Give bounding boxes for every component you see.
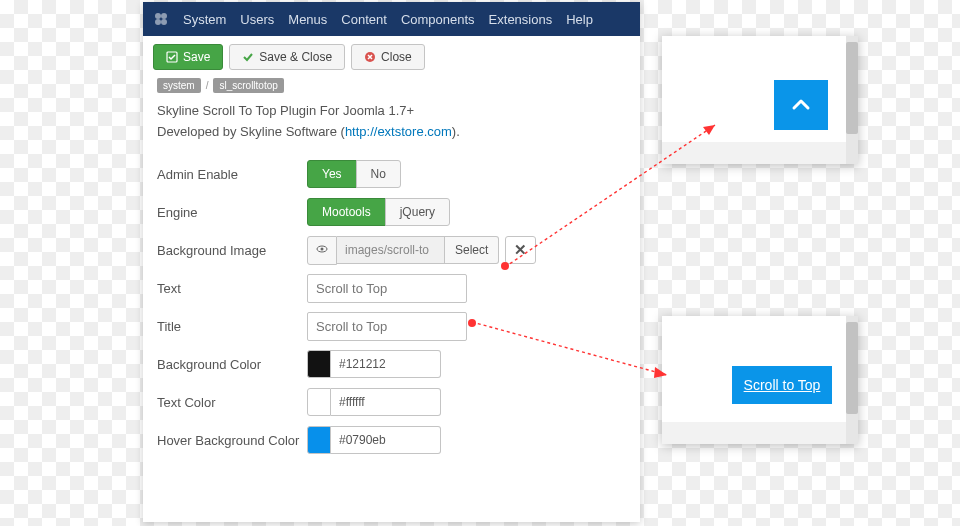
admin-enable-yes[interactable]: Yes [307, 160, 357, 188]
menu-menus[interactable]: Menus [288, 12, 327, 27]
annotation-dot-1 [501, 262, 509, 270]
text-color-input[interactable] [331, 388, 441, 416]
scroll-to-top-icon-button[interactable] [774, 80, 828, 130]
vendor-link[interactable]: http://extstore.com [345, 124, 452, 139]
label-engine: Engine [157, 205, 307, 220]
text-color-swatch[interactable] [307, 388, 331, 416]
engine-toggle[interactable]: Mootools jQuery [307, 198, 450, 226]
preview1-scroll-thumb[interactable] [846, 42, 858, 134]
hover-color-input[interactable] [331, 426, 441, 454]
label-admin-enable: Admin Enable [157, 167, 307, 182]
label-bg-color: Background Color [157, 357, 307, 372]
preview1-scrollbar[interactable] [846, 36, 858, 164]
hover-color-swatch[interactable] [307, 426, 331, 454]
scroll-to-top-text-button[interactable]: Scroll to Top [732, 366, 832, 404]
bg-color-picker[interactable] [307, 350, 441, 378]
menu-users[interactable]: Users [240, 12, 274, 27]
save-button[interactable]: Save [153, 44, 223, 70]
label-bg-image: Background Image [157, 243, 307, 258]
save-button-label: Save [183, 50, 210, 64]
title-input[interactable] [307, 312, 467, 341]
menu-system[interactable]: System [183, 12, 226, 27]
label-text-color: Text Color [157, 395, 307, 410]
subtitle-post: ). [452, 124, 460, 139]
annotation-dot-2 [468, 319, 476, 327]
row-bg-color: Background Color [157, 345, 626, 383]
admin-enable-no[interactable]: No [356, 160, 401, 188]
cancel-icon [364, 51, 376, 63]
toolbar: Save Save & Close Close [143, 36, 640, 78]
label-hover-color: Hover Background Color [157, 433, 307, 448]
crumb-system: system [157, 78, 201, 93]
chevron-up-icon [789, 93, 813, 117]
admin-menubar: System Users Menus Content Components Ex… [143, 2, 640, 36]
svg-point-3 [161, 19, 167, 25]
crumb-plugin: sl_scrolltotop [213, 78, 283, 93]
apply-icon [166, 51, 178, 63]
label-title: Title [157, 319, 307, 334]
plugin-breadcrumb: system / sl_scrolltotop [143, 78, 640, 99]
crumb-sep: / [205, 80, 210, 91]
plugin-title: Skyline Scroll To Top Plugin For Joomla … [143, 99, 640, 120]
bg-color-swatch[interactable] [307, 350, 331, 378]
bg-image-clear[interactable]: ✕ [505, 236, 536, 264]
engine-mootools[interactable]: Mootools [307, 198, 386, 226]
row-admin-enable: Admin Enable Yes No [157, 155, 626, 193]
close-button[interactable]: Close [351, 44, 425, 70]
row-engine: Engine Mootools jQuery [157, 193, 626, 231]
preview-text-mode: Scroll to Top [662, 316, 858, 444]
bg-image-path: images/scroll-to [337, 236, 445, 264]
subtitle-pre: Developed by Skyline Software ( [157, 124, 345, 139]
save-close-button[interactable]: Save & Close [229, 44, 345, 70]
preview-icon-mode [662, 36, 858, 164]
text-input[interactable] [307, 274, 467, 303]
row-text-color: Text Color [157, 383, 626, 421]
preview-icon[interactable] [307, 236, 337, 265]
bg-image-picker: images/scroll-to Select ✕ [307, 236, 536, 265]
check-icon [242, 51, 254, 63]
row-bg-image: Background Image images/scroll-to Select… [157, 231, 626, 269]
label-text: Text [157, 281, 307, 296]
svg-point-7 [321, 247, 324, 250]
admin-enable-toggle[interactable]: Yes No [307, 160, 401, 188]
row-hover-color: Hover Background Color [157, 421, 626, 459]
text-color-picker[interactable] [307, 388, 441, 416]
admin-panel: System Users Menus Content Components Ex… [143, 2, 640, 522]
svg-point-0 [155, 13, 161, 19]
joomla-logo-icon [153, 11, 169, 27]
preview1-footer [662, 142, 846, 164]
menu-help[interactable]: Help [566, 12, 593, 27]
preview2-footer [662, 422, 846, 444]
hover-color-picker[interactable] [307, 426, 441, 454]
preview2-scroll-thumb[interactable] [846, 322, 858, 414]
plugin-form: Admin Enable Yes No Engine Mootools jQue… [143, 141, 640, 459]
save-close-button-label: Save & Close [259, 50, 332, 64]
plugin-subtitle: Developed by Skyline Software (http://ex… [143, 120, 640, 141]
menu-extensions[interactable]: Extensions [489, 12, 553, 27]
row-text: Text [157, 269, 626, 307]
close-button-label: Close [381, 50, 412, 64]
preview2-scrollbar[interactable] [846, 316, 858, 444]
svg-point-2 [155, 19, 161, 25]
bg-color-input[interactable] [331, 350, 441, 378]
row-title: Title [157, 307, 626, 345]
svg-point-1 [161, 13, 167, 19]
menu-components[interactable]: Components [401, 12, 475, 27]
bg-image-select[interactable]: Select [445, 236, 499, 264]
engine-jquery[interactable]: jQuery [385, 198, 450, 226]
menu-content[interactable]: Content [341, 12, 387, 27]
